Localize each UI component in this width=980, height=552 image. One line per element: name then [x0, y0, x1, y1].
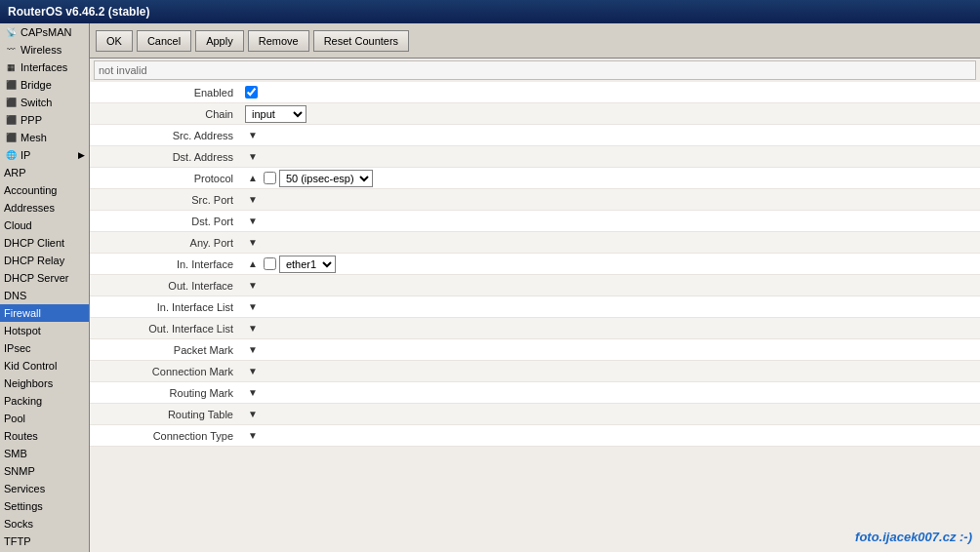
protocol-select[interactable]: 50 (ipsec-esp) tcp udp icmp [279, 170, 373, 187]
sidebar-item-socks[interactable]: Socks [0, 515, 89, 532]
sidebar-item-routes[interactable]: Routes [0, 427, 89, 445]
routing-table-label: Routing Table [90, 407, 241, 422]
out-interface-expand-icon[interactable]: ▼ [245, 278, 261, 293]
ok-button[interactable]: OK [96, 30, 133, 52]
mesh-icon: ⬛ [4, 131, 18, 144]
remove-button[interactable]: Remove [248, 30, 309, 52]
sidebar-label: Switch [20, 97, 52, 108]
switch-icon: ⬛ [4, 96, 18, 109]
sidebar-item-firewall[interactable]: Firewall [0, 304, 89, 322]
routes-label: Routes [4, 430, 38, 442]
watermark: foto.ijacek007.cz :-) [855, 530, 972, 544]
sidebar-item-interfaces[interactable]: ▦ Interfaces [0, 59, 89, 76]
form-row-chain: Chain input forward output [90, 103, 980, 125]
any-port-expand-icon[interactable]: ▼ [245, 235, 261, 250]
socks-label: Socks [4, 518, 33, 530]
sidebar-item-kid-control[interactable]: Kid Control [0, 357, 89, 375]
connection-mark-expand-icon[interactable]: ▼ [245, 364, 261, 378]
src-address-expand-icon[interactable]: ▼ [245, 128, 261, 142]
src-port-expand-icon[interactable]: ▼ [245, 192, 261, 207]
packet-mark-expand-icon[interactable]: ▼ [245, 342, 261, 357]
cancel-button[interactable]: Cancel [137, 30, 191, 52]
sidebar-item-wireless[interactable]: 〰 Wireless [0, 41, 89, 59]
sidebar: 📡 CAPsMAN 〰 Wireless ▦ Interfaces ⬛ Brid… [0, 23, 90, 552]
sidebar-item-arp[interactable]: ARP [0, 164, 89, 181]
src-port-control: ▼ [241, 191, 980, 208]
title-bar: RouterOS v6.46.2 (stable) [0, 0, 980, 23]
ppp-icon: ⬛ [4, 113, 18, 127]
src-address-control: ▼ [241, 127, 980, 143]
sidebar-item-neighbors[interactable]: Neighbors [0, 375, 89, 392]
sidebar-item-settings[interactable]: Settings [0, 497, 89, 515]
connection-mark-label: Connection Mark [90, 364, 241, 379]
addresses-label: Addresses [4, 202, 55, 214]
sidebar-label: Mesh [20, 132, 47, 143]
dst-address-expand-icon[interactable]: ▼ [245, 149, 261, 164]
apply-button[interactable]: Apply [195, 30, 244, 52]
sidebar-item-switch[interactable]: ⬛ Switch [0, 94, 89, 111]
routing-table-expand-icon[interactable]: ▼ [245, 407, 261, 421]
chain-select[interactable]: input forward output [245, 105, 306, 123]
sidebar-item-dhcp-relay[interactable]: DHCP Relay [0, 252, 89, 269]
any-port-label: Any. Port [90, 235, 241, 251]
routing-mark-expand-icon[interactable]: ▼ [245, 385, 261, 400]
protocol-checkbox[interactable] [264, 172, 276, 184]
enabled-checkbox[interactable] [245, 86, 258, 99]
sidebar-item-pool[interactable]: Pool [0, 410, 89, 427]
sidebar-item-ipsec[interactable]: IPsec [0, 339, 89, 357]
sidebar-item-hotspot[interactable]: Hotspot [0, 322, 89, 339]
sidebar-item-snmp[interactable]: SNMP [0, 462, 89, 480]
sidebar-item-dhcp-server[interactable]: DHCP Server [0, 269, 89, 287]
in-interface-checkbox[interactable] [264, 257, 276, 270]
sidebar-item-dhcp-client[interactable]: DHCP Client [0, 234, 89, 252]
sidebar-item-dns[interactable]: DNS [0, 287, 89, 304]
sidebar-item-mesh[interactable]: ⬛ Mesh [0, 129, 89, 146]
sidebar-item-addresses[interactable]: Addresses [0, 199, 89, 217]
dhcp-relay-label: DHCP Relay [4, 255, 64, 266]
form-row-protocol: Protocol ▲ 50 (ipsec-esp) tcp udp icmp [90, 168, 980, 189]
smb-label: SMB [4, 448, 27, 459]
sidebar-item-ip[interactable]: 🌐 IP ▶ [0, 146, 89, 164]
form-row-src-port: Src. Port ▼ [90, 189, 980, 211]
routing-mark-label: Routing Mark [90, 385, 241, 401]
out-interface-list-expand-icon[interactable]: ▼ [245, 321, 261, 335]
form-row-out-interface-list: Out. Interface List ▼ [90, 318, 980, 339]
in-interface-collapse-icon[interactable]: ▲ [245, 256, 261, 271]
cloud-label: Cloud [4, 219, 32, 231]
packing-label: Packing [4, 395, 42, 407]
kid-control-label: Kid Control [4, 360, 57, 372]
watermark-text: foto.ijacek007.cz :-) [855, 530, 972, 544]
toolbar: OK Cancel Apply Remove Reset Counters [90, 23, 980, 59]
sidebar-item-packing[interactable]: Packing [0, 392, 89, 410]
protocol-collapse-icon[interactable]: ▲ [245, 171, 261, 185]
dst-port-expand-icon[interactable]: ▼ [245, 214, 261, 228]
routing-mark-control: ▼ [241, 384, 980, 401]
form-row-any-port: Any. Port ▼ [90, 232, 980, 254]
in-interface-list-expand-icon[interactable]: ▼ [245, 299, 261, 314]
enabled-control [241, 85, 980, 99]
in-interface-select[interactable]: ether1 ether2 wlan1 [279, 256, 336, 273]
reset-counters-button[interactable]: Reset Counters [313, 30, 409, 52]
sidebar-item-services[interactable]: Services [0, 480, 89, 497]
form-row-routing-mark: Routing Mark ▼ [90, 382, 980, 404]
out-interface-list-control: ▼ [241, 320, 980, 336]
in-interface-list-label: In. Interface List [90, 299, 241, 315]
in-interface-list-control: ▼ [241, 298, 980, 315]
sidebar-item-ppp[interactable]: ⬛ PPP [0, 111, 89, 129]
snmp-label: SNMP [4, 465, 35, 477]
sidebar-item-tftp[interactable]: TFTP [0, 532, 89, 550]
sidebar-item-bridge[interactable]: ⬛ Bridge [0, 76, 89, 94]
services-label: Services [4, 483, 45, 494]
settings-label: Settings [4, 500, 43, 512]
form-row-in-interface: In. Interface ▲ ether1 ether2 wlan1 [90, 254, 980, 275]
src-port-label: Src. Port [90, 192, 241, 208]
sidebar-item-accounting[interactable]: Accounting [0, 181, 89, 199]
in-interface-control: ▲ ether1 ether2 wlan1 [241, 255, 980, 274]
sidebar-item-smb[interactable]: SMB [0, 445, 89, 462]
in-interface-label: In. Interface [90, 256, 241, 272]
sidebar-item-cloud[interactable]: Cloud [0, 217, 89, 234]
sidebar-item-capsman[interactable]: 📡 CAPsMAN [0, 23, 89, 41]
out-interface-label: Out. Interface [90, 278, 241, 294]
form-row-src-address: Src. Address ▼ [90, 125, 980, 146]
connection-type-expand-icon[interactable]: ▼ [245, 428, 261, 443]
